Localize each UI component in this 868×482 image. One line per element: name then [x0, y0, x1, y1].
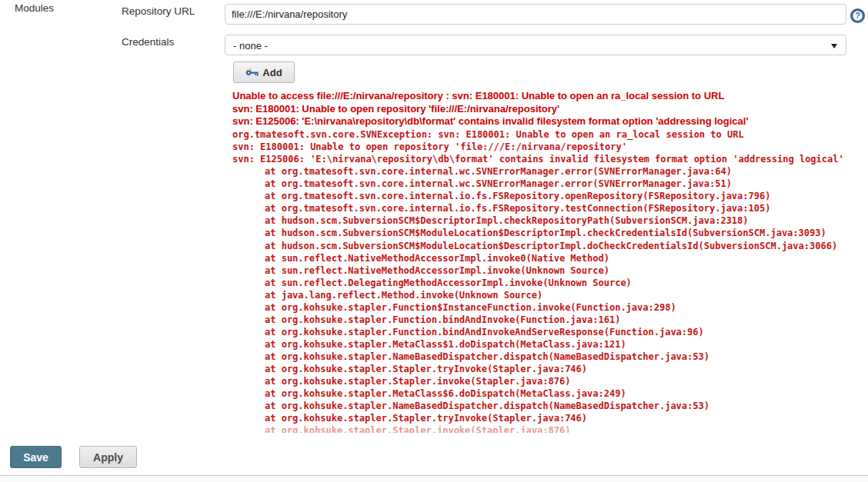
error-line: at org.kohsuke.stapler.Function.bindAndI…	[232, 314, 868, 326]
error-line: at org.tmatesoft.svn.core.internal.wc.SV…	[232, 178, 868, 190]
error-line: at org.kohsuke.stapler.Stapler.tryInvoke…	[232, 363, 868, 375]
save-button[interactable]: Save	[10, 446, 62, 468]
save-button-label: Save	[23, 451, 48, 464]
error-line: at java.lang.reflect.Method.invoke(Unkno…	[232, 289, 868, 301]
error-line: org.tmatesoft.svn.core.SVNException: svn…	[232, 128, 868, 141]
error-line: at org.kohsuke.stapler.MetaClass$1.doDis…	[232, 338, 868, 351]
error-line: at org.tmatesoft.svn.core.internal.io.fs…	[232, 190, 868, 202]
error-line: at sun.reflect.DelegatingMethodAccessorI…	[232, 277, 868, 289]
error-line: at org.kohsuke.stapler.Stapler.invoke(St…	[232, 424, 868, 433]
credentials-selected-value: - none -	[233, 40, 268, 52]
error-line: at sun.reflect.NativeMethodAccessorImpl.…	[232, 252, 868, 264]
error-line: at org.tmatesoft.svn.core.internal.io.fs…	[232, 202, 868, 214]
repository-url-input[interactable]	[225, 4, 846, 25]
repository-url-label: Repository URL	[122, 5, 195, 17]
key-icon	[245, 68, 259, 77]
error-line: at sun.reflect.NativeMethodAccessorImpl.…	[232, 264, 868, 277]
error-exception: org.tmatesoft.svn.core.SVNException: svn…	[232, 128, 868, 165]
error-line: at org.kohsuke.stapler.NameBasedDispatch…	[232, 351, 868, 363]
error-line: at hudson.scm.SubversionSCM$DescriptorIm…	[232, 214, 868, 227]
error-line: at hudson.scm.SubversionSCM$ModuleLocati…	[232, 227, 868, 239]
add-button-label: Add	[262, 67, 282, 78]
credentials-label: Credentials	[122, 36, 174, 48]
apply-button[interactable]: Apply	[79, 446, 137, 468]
error-line: svn: E125006: 'E:\nirvana\repository\db\…	[232, 153, 868, 165]
error-line: svn: E180001: Unable to open repository …	[232, 141, 868, 153]
error-summary: Unable to access file:///E:/nirvana/repo…	[232, 90, 868, 128]
error-line: Unable to access file:///E:/nirvana/repo…	[232, 90, 868, 103]
error-line: at hudson.scm.SubversionSCM$ModuleLocati…	[232, 240, 868, 252]
error-line: at org.kohsuke.stapler.NameBasedDispatch…	[232, 400, 868, 412]
error-line: at org.kohsuke.stapler.Stapler.invoke(St…	[232, 375, 868, 387]
help-icon[interactable]: ?	[850, 8, 865, 23]
apply-button-label: Apply	[93, 451, 123, 464]
error-output: Unable to access file:///E:/nirvana/repo…	[232, 90, 868, 433]
error-line: svn: E180001: Unable to open repository …	[232, 103, 868, 116]
modules-section-label: Modules	[15, 2, 54, 14]
error-line: at org.kohsuke.stapler.MetaClass$6.doDis…	[232, 387, 868, 400]
credentials-select[interactable]: - none -	[225, 35, 846, 55]
error-line: svn: E125006: 'E:\nirvana\repository\db\…	[232, 115, 868, 128]
error-line: at org.kohsuke.stapler.Function.bindAndI…	[232, 326, 868, 338]
error-stacktrace: at org.tmatesoft.svn.core.internal.wc.SV…	[232, 165, 868, 433]
chevron-down-icon	[831, 44, 837, 48]
error-line: at org.kohsuke.stapler.Function$Instance…	[232, 301, 868, 314]
error-line: at org.kohsuke.stapler.Stapler.tryInvoke…	[232, 412, 868, 424]
footer-divider	[0, 475, 868, 482]
error-line: at org.tmatesoft.svn.core.internal.wc.SV…	[232, 165, 868, 178]
add-credentials-button[interactable]: Add	[233, 61, 295, 83]
